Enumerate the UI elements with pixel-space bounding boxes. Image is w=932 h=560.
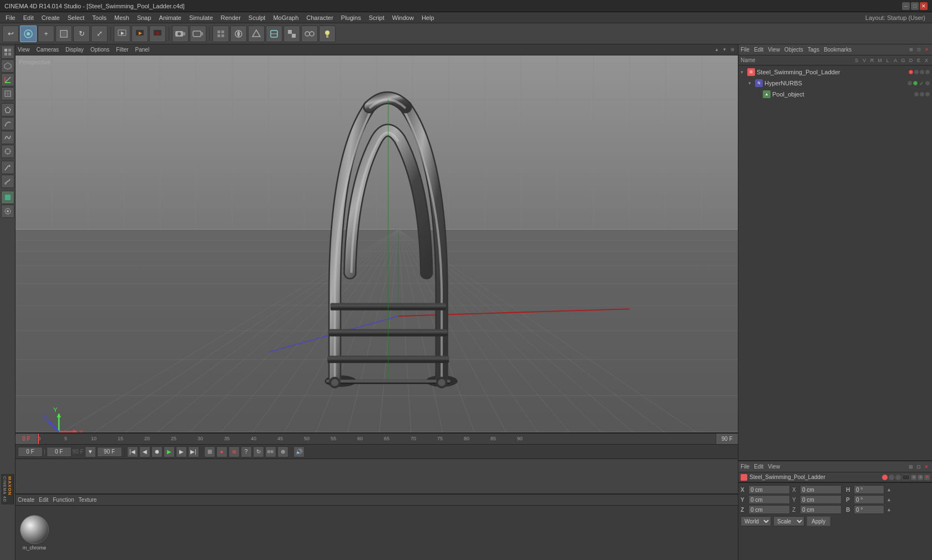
viewport-menu-options[interactable]: Options	[90, 47, 109, 53]
undo-button[interactable]: ↩	[2, 26, 19, 42]
coord-ry-input[interactable]	[800, 495, 842, 504]
next-frame-button[interactable]: ▶	[176, 446, 187, 457]
menu-animate[interactable]: Animate	[156, 13, 185, 22]
coord-x-input[interactable]	[748, 485, 790, 494]
prev-frame-button[interactable]: ◀	[139, 446, 150, 457]
timeline-tick-area[interactable]: 0 5 10 15 20 25 30 35 40 45 50 55 60 65 …	[38, 434, 716, 444]
world-space-select[interactable]: World Object	[741, 516, 771, 526]
viewport-menu-cameras[interactable]: Cameras	[37, 47, 59, 53]
end-frame-input[interactable]	[97, 447, 122, 457]
attr-ctrl-2[interactable]: ⊡	[915, 464, 922, 470]
menu-script[interactable]: Script	[366, 13, 388, 22]
timeline-track[interactable]	[16, 459, 738, 493]
tool-brush[interactable]	[1, 175, 14, 188]
coord-p-input[interactable]	[854, 495, 884, 504]
deformation-button[interactable]	[266, 26, 282, 42]
tool-generator[interactable]	[1, 145, 14, 158]
attr-flag-7[interactable]: ✕	[924, 475, 930, 480]
rotate-button[interactable]: ↻	[73, 26, 90, 42]
coord-h-up[interactable]: ▲	[887, 487, 892, 492]
obj-menu-bookmarks[interactable]: Bookmarks	[824, 47, 852, 53]
coord-z-input[interactable]	[748, 505, 790, 514]
timeline-options-button[interactable]: ⊞	[204, 446, 215, 457]
expand-hypernurbs[interactable]: ▾	[748, 80, 755, 86]
obj-ctrl-3[interactable]: ✕	[923, 47, 930, 53]
stereo-button[interactable]	[301, 26, 318, 42]
tool-mesh[interactable]	[1, 87, 14, 100]
coord-b-up[interactable]: ▲	[887, 507, 892, 512]
obj-menu-file[interactable]: File	[741, 47, 749, 53]
autokey-button[interactable]: ?	[241, 446, 252, 457]
menu-snap[interactable]: Snap	[134, 13, 155, 22]
obj-menu-view[interactable]: View	[768, 47, 780, 53]
menu-plugins[interactable]: Plugins	[338, 13, 364, 22]
tree-row-hypernurbs[interactable]: ▾ N HyperNURBS ✓	[738, 78, 932, 89]
attr-menu-view[interactable]: View	[768, 464, 780, 470]
tool-texture[interactable]	[1, 191, 14, 204]
tool-cube[interactable]	[1, 59, 14, 73]
menu-edit[interactable]: Edit	[20, 13, 37, 22]
attr-menu-file[interactable]: File	[741, 464, 749, 470]
keyframe-button[interactable]: ●	[216, 446, 227, 457]
coord-rz-input[interactable]	[800, 505, 842, 514]
mat-menu-edit[interactable]: Edit	[39, 497, 48, 503]
viewport-mode-button[interactable]	[190, 26, 206, 42]
sound-button[interactable]: 🔊	[293, 446, 305, 457]
scene-button[interactable]	[248, 26, 265, 42]
menu-mesh[interactable]: Mesh	[111, 13, 133, 22]
coord-h-input[interactable]	[854, 485, 884, 494]
loop-button[interactable]: ↻	[253, 446, 264, 457]
viewport-menu-display[interactable]: Display	[65, 47, 84, 53]
menu-create[interactable]: Create	[38, 13, 63, 22]
menu-sculpt[interactable]: Sculpt	[245, 13, 269, 22]
light-button[interactable]	[319, 26, 336, 42]
minimize-button[interactable]: ─	[902, 2, 910, 10]
mat-menu-texture[interactable]: Texture	[79, 497, 97, 503]
material-chrome[interactable]: m_chrome	[20, 515, 49, 551]
powerslider-button[interactable]: ≡≡	[265, 446, 276, 457]
viewport-menu-view[interactable]: View	[18, 47, 30, 53]
menu-file[interactable]: File	[2, 13, 19, 22]
menu-help[interactable]: Help	[418, 13, 438, 22]
play-button[interactable]: ▶	[164, 446, 175, 457]
attr-ctrl-3[interactable]: ✕	[923, 464, 930, 470]
record-button[interactable]: ⏺	[151, 446, 163, 457]
camera-button[interactable]	[172, 26, 189, 42]
coord-y-input[interactable]	[748, 495, 790, 504]
menu-select[interactable]: Select	[64, 13, 88, 22]
mat-menu-function[interactable]: Function	[53, 497, 74, 503]
current-frame-input[interactable]	[18, 447, 43, 457]
viewport-ctrl-down[interactable]: ▼	[721, 47, 728, 53]
render-button[interactable]	[131, 26, 148, 42]
expand-root[interactable]: ▾	[741, 69, 747, 75]
viewport-ctrl-expand[interactable]: ⊞	[729, 47, 736, 53]
transform-type-select[interactable]: Scale Move Rotate	[773, 516, 804, 526]
obj-menu-tags[interactable]: Tags	[808, 47, 819, 53]
coord-b-input[interactable]	[854, 505, 884, 514]
attr-menu-edit[interactable]: Edit	[754, 464, 763, 470]
scale-button[interactable]: ⤢	[91, 26, 108, 42]
frame-offset-input[interactable]	[47, 447, 72, 457]
coord-rx-input[interactable]	[800, 485, 842, 494]
mat-menu-create[interactable]: Create	[18, 497, 34, 503]
apply-button[interactable]: Apply	[807, 516, 830, 526]
tool-paint[interactable]	[1, 205, 14, 218]
tool-axis[interactable]	[1, 73, 14, 86]
menu-render[interactable]: Render	[217, 13, 244, 22]
menu-character[interactable]: Character	[303, 13, 336, 22]
tool-viewport-layout[interactable]	[1, 45, 14, 59]
tree-row-pool[interactable]: ▾ ▲ Pool_object	[738, 89, 932, 100]
motion-path-button[interactable]: ⊕	[277, 446, 288, 457]
timeline-start-frame[interactable]: 0 F	[16, 434, 38, 444]
maximize-button[interactable]: □	[911, 2, 919, 10]
tool-nurbs[interactable]	[1, 131, 14, 144]
last-frame-button[interactable]: ▶|	[188, 446, 199, 457]
tree-row-root[interactable]: ▾ ⊞ Steel_Swimming_Pool_Ladder	[738, 67, 932, 78]
first-frame-button[interactable]: |◀	[127, 446, 138, 457]
move-tool-button[interactable]	[20, 26, 37, 42]
obj-ctrl-2[interactable]: ⊡	[915, 47, 922, 53]
coord-p-up[interactable]: ▲	[887, 497, 892, 502]
obj-ctrl-1[interactable]: ⊠	[908, 47, 914, 53]
viewport-menu-filter[interactable]: Filter	[116, 47, 128, 53]
render-region-button[interactable]	[114, 26, 130, 42]
